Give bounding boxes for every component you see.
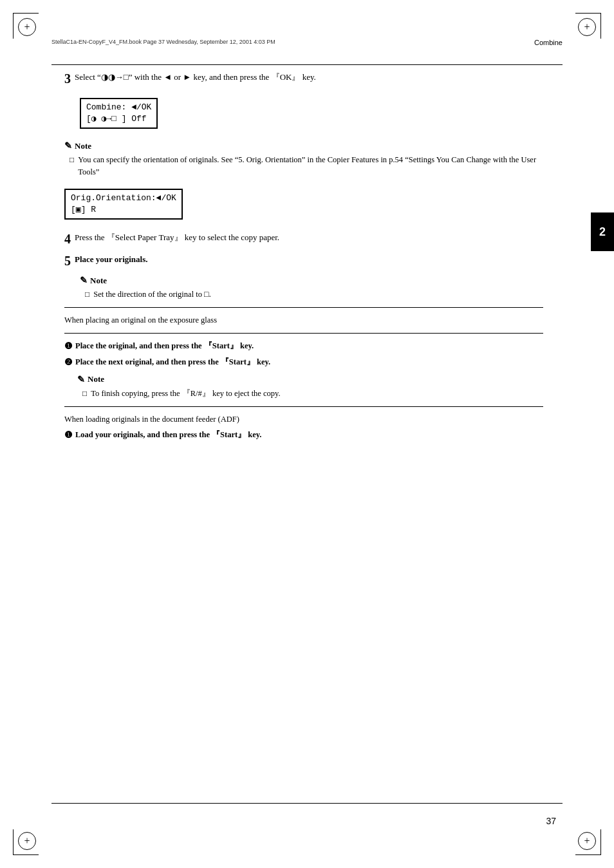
step-3: 3 Select “◑◑→□” with the ◄ or ► key, and… [64,71,543,86]
chapter-tab: 2 [591,212,614,251]
reg-mark-tl [18,18,36,36]
note-1-title: ✎ Note [64,140,543,151]
note-1-text: You can specify the orientation of origi… [78,154,543,178]
note-2-item: □ Set the direction of the original to □… [85,288,543,301]
adf-substep-1-text: Load your originals, and then press the … [75,429,261,441]
step-3-number: 3 [64,71,71,86]
divider-1 [64,307,543,308]
exposure-substep-2-num: ❷ [64,356,73,369]
lcd2-line-2: [▣] R [71,204,176,216]
note-3-title: ✎ Note [77,374,543,385]
step-5-text: Place your originals. [75,253,148,266]
adf-heading: When loading originals in the document f… [64,413,543,426]
note-3-text: To finish copying, press the 『R/#』 key t… [91,388,280,400]
reg-mark-tr [578,18,596,36]
exposure-substep-2-text: Place the next original, and then press … [75,356,270,368]
note-2-label: Note [90,276,107,286]
exposure-substep-1-text: Place the original, and then press the 『… [75,340,254,352]
note-3-item: □ To finish copying, press the 『R/#』 key… [82,388,543,400]
exposure-substep-1-num: ❶ [64,340,73,353]
lcd2-line-1: Orig.Orientation:◄/OK [71,193,176,204]
page-number: 37 [546,816,556,826]
reg-mark-br [578,832,596,850]
note-2-text: Set the direction of the original to □. [93,288,211,301]
exposure-glass-heading: When placing an original on the exposure… [64,314,543,326]
step-5-number: 5 [64,253,71,269]
exposure-substep-1: ❶ Place the original, and then press the… [64,340,543,353]
header: StellaC1a-EN-CopyF_V4_FM.book Page 37 We… [51,39,563,46]
note-icon-1: ✎ [64,140,72,151]
main-content: 3 Select “◑◑→□” with the ◄ or ► key, and… [64,71,543,446]
note-2-title: ✎ Note [80,275,543,286]
exposure-substep-2: ❷ Place the next original, and then pres… [64,356,543,369]
note-3-checkbox: □ [82,388,87,399]
file-info: StellaC1a-EN-CopyF_V4_FM.book Page 37 We… [51,39,275,45]
note-1-item: □ You can specify the orientation of ori… [70,154,543,178]
note-2: ✎ Note □ Set the direction of the origin… [80,275,543,301]
note-3: ✎ Note □ To finish copying, press the 『R… [77,374,543,400]
lcd-line-2: [◑ ◑→□ ] Off [86,113,151,125]
note-2-checkbox: □ [85,288,89,300]
reg-mark-bl [18,832,36,850]
step-4: 4 Press the 『Select Paper Tray』 key to s… [64,231,543,247]
lcd-display-1: Combine: ◄/OK [◑ ◑→□ ] Off [80,98,158,129]
note-1-checkbox: □ [70,154,74,165]
step-4-number: 4 [64,231,71,247]
adf-substep-1: ❶ Load your originals, and then press th… [64,429,543,442]
step-3-text: Select “◑◑→□” with the ◄ or ► key, and t… [75,71,316,84]
note-3-label: Note [88,374,104,384]
note-1: ✎ Note □ You can specify the orientation… [64,140,543,178]
adf-substep-1-num: ❶ [64,429,73,442]
note-1-label: Note [75,141,91,151]
divider-2 [64,333,543,334]
note-icon-3: ✎ [77,374,85,385]
bottom-rule [51,803,563,804]
chapter-number: 2 [599,225,606,239]
lcd-display-2: Orig.Orientation:◄/OK [▣] R [64,189,183,220]
divider-3 [64,406,543,407]
note-icon-2: ✎ [80,275,88,286]
top-rule [51,64,563,65]
section-label: Combine [534,39,563,46]
step-5: 5 Place your originals. [64,253,543,269]
step-4-text: Press the 『Select Paper Tray』 key to sel… [75,231,279,244]
lcd-line-1: Combine: ◄/OK [86,102,151,113]
